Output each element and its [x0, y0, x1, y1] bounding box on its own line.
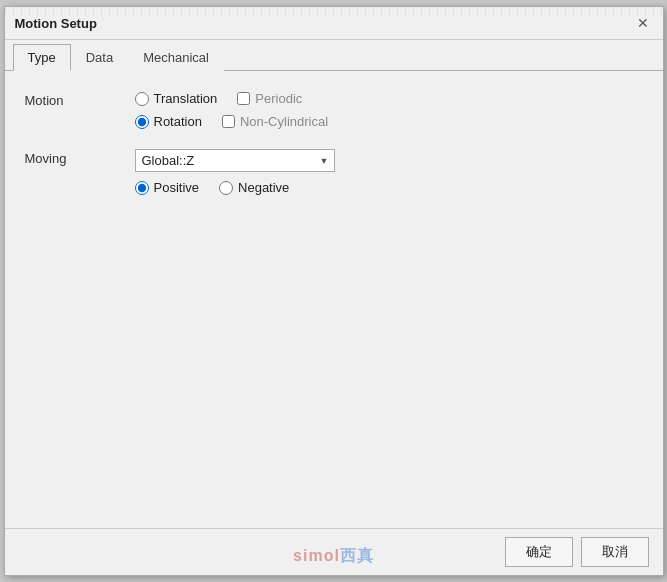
radio-positive[interactable]: Positive — [135, 180, 200, 195]
dropdown-row: Global::X Global::Y Global::Z — [135, 149, 335, 172]
tab-mechanical[interactable]: Mechanical — [128, 44, 224, 71]
translation-label: Translation — [154, 91, 218, 106]
dialog-title: Motion Setup — [15, 16, 97, 31]
tab-data[interactable]: Data — [71, 44, 128, 71]
tab-content: Motion Translation Periodic Rotation — [5, 71, 663, 528]
axis-dropdown[interactable]: Global::X Global::Y Global::Z — [135, 149, 335, 172]
tab-bar: Type Data Mechanical — [5, 44, 663, 71]
checkbox-noncylindrical[interactable]: Non-Cylindrical — [222, 114, 328, 129]
radio-negative-input[interactable] — [219, 181, 233, 195]
positive-label: Positive — [154, 180, 200, 195]
motion-rotation-row: Rotation Non-Cylindrical — [135, 114, 329, 129]
periodic-checkbox-input[interactable] — [237, 92, 250, 105]
moving-row: Moving Global::X Global::Y Global::Z Pos — [25, 149, 643, 195]
close-button[interactable]: ✕ — [633, 13, 653, 33]
rotation-label: Rotation — [154, 114, 202, 129]
motion-label: Motion — [25, 91, 135, 108]
motion-row: Motion Translation Periodic Rotation — [25, 91, 643, 129]
radio-rotation[interactable]: Rotation — [135, 114, 202, 129]
tab-type[interactable]: Type — [13, 44, 71, 71]
radio-translation[interactable]: Translation — [135, 91, 218, 106]
motion-setup-dialog: Motion Setup ✕ Type Data Mechanical Moti… — [4, 6, 664, 576]
checkbox-periodic[interactable]: Periodic — [237, 91, 302, 106]
watermark-text1: simol — [293, 547, 340, 564]
dialog-footer: 确定 取消 simol西真 — [5, 528, 663, 575]
watermark-text2: 西真 — [340, 547, 374, 564]
watermark: simol西真 — [293, 546, 374, 567]
direction-row: Positive Negative — [135, 180, 335, 195]
radio-positive-input[interactable] — [135, 181, 149, 195]
motion-translation-row: Translation Periodic — [135, 91, 329, 106]
radio-rotation-input[interactable] — [135, 115, 149, 129]
periodic-label: Periodic — [255, 91, 302, 106]
axis-dropdown-wrapper: Global::X Global::Y Global::Z — [135, 149, 335, 172]
noncylindrical-checkbox-input[interactable] — [222, 115, 235, 128]
confirm-button[interactable]: 确定 — [505, 537, 573, 567]
moving-controls: Global::X Global::Y Global::Z Positive N… — [135, 149, 335, 195]
noncylindrical-label: Non-Cylindrical — [240, 114, 328, 129]
motion-controls: Translation Periodic Rotation Non-Cylind… — [135, 91, 329, 129]
negative-label: Negative — [238, 180, 289, 195]
cancel-button[interactable]: 取消 — [581, 537, 649, 567]
radio-translation-input[interactable] — [135, 92, 149, 106]
radio-negative[interactable]: Negative — [219, 180, 289, 195]
moving-label: Moving — [25, 149, 135, 166]
grid-decoration — [5, 7, 663, 15]
